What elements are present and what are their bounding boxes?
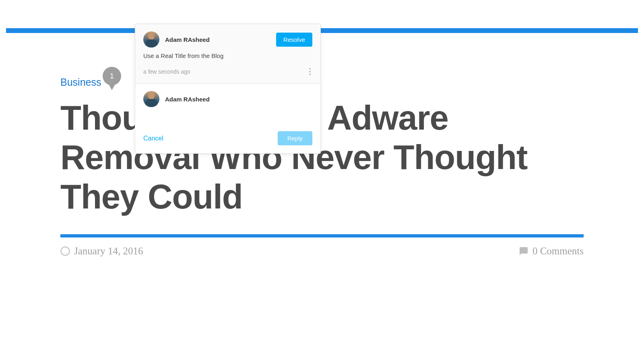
category-link[interactable]: Business xyxy=(60,76,101,88)
reply-header: Adam RAsheed xyxy=(143,91,312,107)
comment-header: Adam RAsheed Resolve xyxy=(135,24,320,52)
kebab-menu-icon[interactable] xyxy=(308,66,312,77)
comments-count-label: 0 Comments xyxy=(533,246,584,257)
reply-button[interactable]: Reply xyxy=(278,131,312,145)
header-bar xyxy=(6,28,638,33)
meta-date: January 14, 2016 xyxy=(60,246,143,257)
comment-footer: a few seconds ago xyxy=(135,63,320,83)
comment-author: Adam RAsheed xyxy=(165,36,270,43)
article-date: January 14, 2016 xyxy=(74,246,143,257)
cancel-button[interactable]: Cancel xyxy=(143,135,163,142)
separator-bar xyxy=(60,234,584,237)
annotation-pin[interactable]: 1 xyxy=(103,67,121,91)
resolve-button[interactable]: Resolve xyxy=(276,33,312,47)
reply-author: Adam RAsheed xyxy=(165,96,312,103)
meta-comments[interactable]: 0 Comments xyxy=(519,246,584,257)
comment-timestamp: a few seconds ago xyxy=(143,68,190,75)
reply-actions: Cancel Reply xyxy=(143,131,312,145)
article-meta: January 14, 2016 0 Comments xyxy=(60,246,584,257)
pin-tail xyxy=(108,83,116,90)
clock-icon xyxy=(60,246,70,256)
comment-popover: Adam RAsheed Resolve Use a Real Title fr… xyxy=(135,24,321,154)
reply-section: Adam RAsheed Cancel Reply xyxy=(135,84,320,153)
comment-body: Use a Real Title from the Blog xyxy=(135,52,320,63)
comment-icon xyxy=(519,246,528,256)
avatar xyxy=(143,91,159,107)
avatar xyxy=(143,31,159,47)
